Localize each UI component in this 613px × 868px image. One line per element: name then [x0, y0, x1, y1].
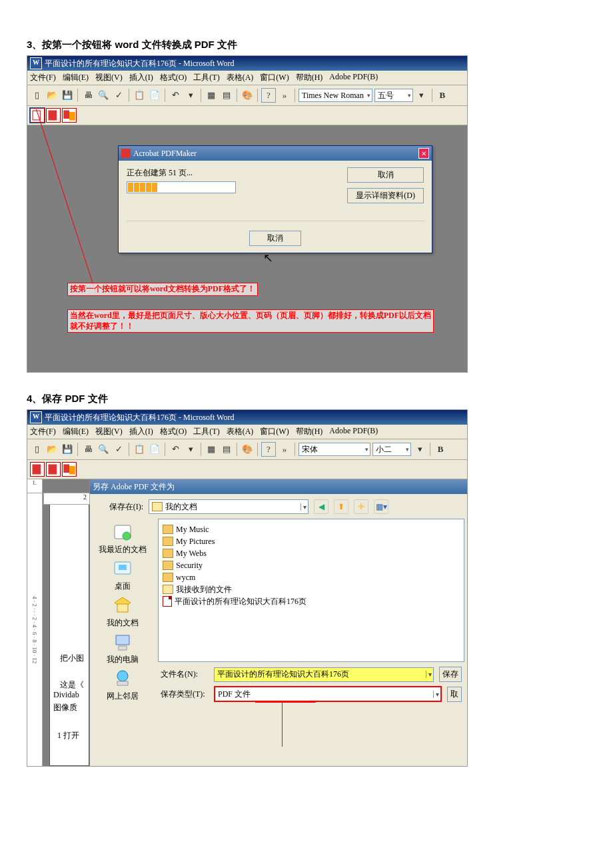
chevron-down-icon[interactable]: ▾	[426, 671, 432, 678]
svg-rect-18	[117, 681, 128, 685]
chevron-down-icon[interactable]: ▾	[301, 503, 306, 511]
copy-icon[interactable]: 📋	[133, 89, 146, 102]
menu-table[interactable]: 表格(A)	[227, 72, 254, 83]
place-network[interactable]: 网上邻居	[107, 668, 139, 702]
pdf-button-3b[interactable]	[62, 462, 77, 477]
menu-tools-2[interactable]: 工具(T)	[193, 426, 219, 437]
list-item: 我接收到的文件	[163, 583, 460, 595]
bold-button-2[interactable]: B	[434, 443, 447, 456]
pdfmaker-cancel2-button[interactable]: 取消	[249, 231, 301, 246]
pdf-button-2b[interactable]	[46, 462, 61, 477]
paste-icon[interactable]: 📄	[148, 89, 161, 102]
chevron-down-icon[interactable]: ▾	[433, 691, 439, 698]
print-icon[interactable]: 🖶	[81, 89, 95, 102]
new-icon[interactable]: ▯	[30, 89, 43, 102]
pdf-convert-button-2[interactable]	[30, 462, 45, 477]
spell-icon-2[interactable]: ✓	[112, 443, 125, 456]
cancel-button[interactable]: 取	[447, 687, 462, 702]
menu-insert[interactable]: 插入(I)	[129, 72, 153, 83]
vertical-ruler: L 4 · 2 · · · 2 · 4 · 6 · 8 · 10 · 12	[27, 479, 43, 766]
undo-icon[interactable]: ↶	[169, 89, 182, 102]
more-icon[interactable]: »	[278, 89, 291, 102]
pdf-button-3[interactable]	[62, 108, 77, 123]
more-icon-2[interactable]: »	[278, 443, 291, 456]
filename-input[interactable]: 平面设计的所有理论知识大百科176页 ▾	[214, 667, 434, 682]
drawing-icon[interactable]: 🎨	[241, 89, 254, 102]
preview-icon[interactable]: 🔍	[97, 89, 110, 102]
menu-help-2[interactable]: 帮助(H)	[296, 426, 323, 437]
open-icon-2[interactable]: 📂	[45, 443, 59, 456]
print-icon-2[interactable]: 🖶	[81, 443, 95, 456]
back-icon[interactable]: ◀	[314, 499, 328, 514]
help-icon[interactable]: ?	[261, 88, 276, 103]
save-icon-2[interactable]: 💾	[61, 443, 74, 456]
spell-icon[interactable]: ✓	[112, 89, 125, 102]
font-size-dd[interactable]: ▾	[415, 89, 428, 102]
help-icon-2[interactable]: ?	[261, 442, 276, 457]
pdf-button-2[interactable]	[46, 108, 61, 123]
views-icon[interactable]: ▦▾	[374, 499, 388, 514]
place-mydocs[interactable]: 我的文档	[107, 595, 139, 629]
menu-adobepdf[interactable]: Adobe PDF(B)	[329, 72, 378, 83]
menu-edit[interactable]: 编辑(E)	[63, 72, 89, 83]
menu-window[interactable]: 窗口(W)	[260, 72, 289, 83]
menu-view-2[interactable]: 视图(V)	[95, 426, 123, 437]
pdfmaker-app-icon	[121, 149, 131, 158]
menu-file[interactable]: 文件(F)	[30, 72, 56, 83]
svg-point-10	[123, 532, 131, 540]
save-dialog: 另存 Adobe PDF 文件为 保存在(I): 我的文档 ▾ ◀ ⬆ ✚ ▦▾	[89, 479, 467, 766]
file-list[interactable]: My Music My Pictures My Webs Security wy…	[158, 519, 464, 662]
font-size-select[interactable]: 五号	[374, 89, 413, 102]
folder-icon	[163, 537, 173, 546]
save-in-select[interactable]: 我的文档 ▾	[149, 499, 308, 514]
columns-icon[interactable]: ▤	[220, 89, 233, 102]
dropdown-icon-2[interactable]: ▾	[184, 443, 197, 456]
undo-icon-2[interactable]: ↶	[169, 443, 182, 456]
menu-help[interactable]: 帮助(H)	[296, 72, 323, 83]
save-button[interactable]: 保存	[439, 667, 462, 682]
table-icon[interactable]: ▦	[205, 89, 218, 102]
font-size-dd-2[interactable]: ▾	[413, 443, 426, 456]
menu-window-2[interactable]: 窗口(W)	[260, 426, 289, 437]
menu-tools[interactable]: 工具(T)	[193, 72, 219, 83]
menu-format[interactable]: 格式(O)	[160, 72, 187, 83]
bold-button[interactable]: B	[436, 89, 449, 102]
place-desktop[interactable]: 桌面	[112, 558, 133, 592]
drawing-icon-2[interactable]: 🎨	[241, 443, 254, 456]
save-icon[interactable]: 💾	[61, 89, 74, 102]
font-name-select-2[interactable]: 宋体	[299, 443, 370, 456]
place-recent[interactable]: 我最近的文档	[99, 521, 147, 555]
newfolder-icon[interactable]: ✚	[354, 499, 368, 514]
place-mycomputer[interactable]: 我的电脑	[107, 631, 139, 665]
new-icon-2[interactable]: ▯	[30, 443, 43, 456]
menu-format-2[interactable]: 格式(O)	[160, 426, 187, 437]
font-size-select-2[interactable]: 小二	[372, 443, 411, 456]
word-app-icon-2: W	[30, 411, 42, 423]
word-app-icon: W	[30, 57, 42, 69]
screenshot-word-save: W 平面设计的所有理论知识大百科176页 - Microsoft Word 文件…	[27, 409, 468, 767]
menu-edit-2[interactable]: 编辑(E)	[63, 426, 89, 437]
menu-table-2[interactable]: 表格(A)	[227, 426, 254, 437]
paste-icon-2[interactable]: 📄	[148, 443, 161, 456]
close-icon[interactable]: ✕	[418, 148, 429, 159]
menu-insert-2[interactable]: 插入(I)	[129, 426, 153, 437]
list-item: My Pictures	[163, 535, 460, 547]
svg-rect-2	[49, 111, 57, 121]
preview-icon-2[interactable]: 🔍	[97, 443, 110, 456]
filetype-select[interactable]: PDF 文件 ▾	[214, 686, 442, 702]
copy-icon-2[interactable]: 📋	[133, 443, 146, 456]
menu-adobepdf-2[interactable]: Adobe PDF(B)	[329, 426, 378, 437]
open-icon[interactable]: 📂	[45, 89, 59, 102]
svg-rect-16	[119, 646, 127, 650]
folder-icon	[163, 549, 173, 558]
pdfmaker-cancel-button[interactable]: 取消	[347, 167, 424, 183]
menu-view[interactable]: 视图(V)	[95, 72, 123, 83]
menu-file-2[interactable]: 文件(F)	[30, 426, 56, 437]
up-icon[interactable]: ⬆	[334, 499, 348, 514]
dropdown-icon[interactable]: ▾	[184, 89, 197, 102]
svg-rect-7	[63, 465, 69, 473]
columns-icon-2[interactable]: ▤	[220, 443, 233, 456]
table-icon-2[interactable]: ▦	[205, 443, 218, 456]
font-name-select[interactable]: Times New Roman	[299, 89, 372, 102]
pdfmaker-details-button[interactable]: 显示详细资料(D)	[347, 188, 424, 203]
